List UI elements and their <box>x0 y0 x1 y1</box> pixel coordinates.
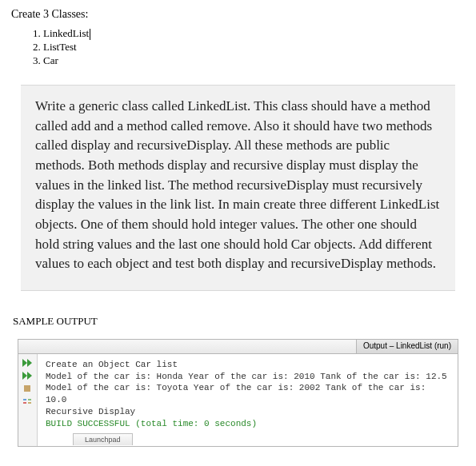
console-line: Model of the car is: Toyota Year of the … <box>46 382 450 406</box>
console-line: Create an Object Car list <box>46 359 450 371</box>
svg-rect-6 <box>23 402 26 404</box>
svg-rect-4 <box>24 385 30 392</box>
svg-marker-3 <box>27 372 32 380</box>
list-item: LinkedList <box>43 27 465 40</box>
create-classes-heading: Create 3 Classes: <box>11 8 465 21</box>
double-play-icon[interactable] <box>22 372 34 380</box>
settings-icon[interactable] <box>22 397 34 405</box>
list-item: Car <box>43 54 465 67</box>
svg-marker-2 <box>22 372 27 380</box>
console-line: Model of the car is: Honda Year of the c… <box>46 371 450 383</box>
svg-marker-0 <box>22 359 27 367</box>
stop-icon[interactable] <box>22 384 34 392</box>
output-window: Output – LinkedList (run) Create an Obje… <box>18 339 458 447</box>
double-play-icon[interactable] <box>22 359 34 367</box>
text-cursor <box>90 29 90 40</box>
svg-marker-1 <box>27 359 32 367</box>
list-item: ListTest <box>43 41 465 54</box>
build-success-line: BUILD SUCCESSFUL (total time: 0 seconds) <box>46 418 450 430</box>
instruction-panel: Write a generic class called LinkedList.… <box>21 85 455 291</box>
console-line: Recursive Display <box>46 406 450 418</box>
output-tab[interactable]: Output – LinkedList (run) <box>356 340 458 353</box>
sample-output-heading: SAMPLE OUTPUT <box>13 315 465 328</box>
launchpad-tab[interactable]: Launchpad <box>73 433 133 445</box>
svg-rect-8 <box>28 402 31 404</box>
console-output: Create an Object Car list Model of the c… <box>38 354 458 446</box>
output-gutter <box>18 354 38 446</box>
class-list: LinkedList ListTest Car <box>26 27 465 67</box>
svg-rect-5 <box>23 399 26 400</box>
svg-rect-7 <box>28 399 31 400</box>
output-tab-row: Output – LinkedList (run) <box>18 340 458 354</box>
